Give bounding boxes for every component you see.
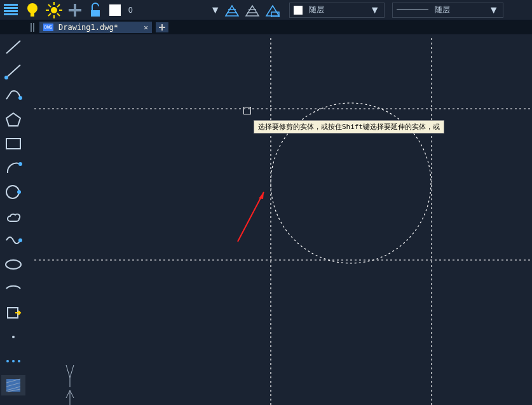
command-tooltip: 选择要修剪的实体，或按住Shift键选择要延伸的实体，或 [254, 120, 444, 134]
svg-point-4 [27, 3, 38, 13]
tab-grip-icon[interactable] [31, 23, 36, 32]
tab-bar: DWG Drawing1.dwg* ✕ [0, 20, 532, 34]
top-toolbar: 0 ▼ 随层 ▼ 随层 ▼ [0, 0, 532, 20]
plus-icon[interactable] [66, 1, 84, 19]
hatch-style-icon-3[interactable] [264, 1, 282, 19]
svg-marker-25 [6, 113, 20, 126]
svg-line-49 [66, 365, 70, 378]
svg-rect-20 [159, 27, 165, 28]
circle-tool[interactable] [1, 182, 25, 202]
svg-point-31 [6, 260, 21, 269]
svg-point-36 [18, 360, 20, 362]
cursor-pickbox [243, 107, 251, 114]
svg-line-14 [48, 13, 51, 16]
chevron-down-icon: ▼ [489, 4, 499, 16]
svg-rect-26 [6, 139, 20, 149]
svg-rect-1 [4, 7, 18, 9]
svg-point-35 [12, 360, 15, 362]
svg-line-22 [6, 65, 20, 78]
freeze-icon[interactable] [44, 1, 64, 19]
svg-line-12 [57, 13, 60, 16]
lineweight-dropdown-label: 随层 [432, 4, 453, 15]
spline-tool[interactable] [1, 230, 25, 251]
insert-block-tool[interactable] [1, 303, 25, 323]
svg-line-11 [48, 4, 51, 7]
close-icon[interactable]: ✕ [144, 23, 148, 32]
ellipse-tool[interactable] [1, 254, 25, 275]
hatch-style-icon[interactable] [223, 1, 241, 19]
polyline-tool[interactable] [1, 85, 25, 106]
layer-dropdown-arrow[interactable]: ▼ [210, 4, 221, 16]
svg-point-6 [51, 7, 57, 13]
lineweight-dropdown[interactable]: 随层 ▼ [392, 3, 503, 18]
svg-point-27 [18, 162, 22, 166]
rectangle-tool[interactable] [1, 134, 25, 154]
layer-properties-icon[interactable] [1, 1, 20, 19]
hatch-style-icon-2[interactable] [243, 1, 261, 19]
color-dropdown-label: 随层 [306, 4, 327, 15]
dwg-file-icon: DWG [43, 24, 53, 31]
revcloud-tool[interactable] [1, 206, 25, 226]
svg-point-29 [17, 190, 21, 194]
hatch-tool[interactable] [1, 375, 25, 395]
ray-tool[interactable] [1, 61, 25, 81]
svg-rect-17 [91, 10, 100, 17]
svg-line-21 [6, 41, 20, 53]
bulb-icon[interactable] [23, 1, 42, 19]
file-tab-label: Drawing1.dwg* [58, 23, 118, 32]
new-tab-button[interactable] [156, 22, 168, 32]
chevron-down-icon: ▼ [370, 4, 380, 16]
layer-number-label: 0 [126, 6, 135, 15]
svg-line-54 [70, 390, 74, 398]
file-tab-drawing1[interactable]: DWG Drawing1.dwg* ✕ [39, 22, 152, 33]
tooltip-text: 选择要修剪的实体，或按住Shift键选择要延伸的实体，或 [258, 123, 440, 131]
svg-rect-0 [4, 4, 18, 6]
arc-tool[interactable] [1, 158, 25, 178]
svg-line-50 [70, 365, 74, 378]
svg-line-53 [66, 390, 70, 398]
svg-rect-2 [4, 10, 18, 12]
svg-point-33 [12, 336, 15, 338]
svg-rect-16 [69, 9, 81, 11]
point-tool[interactable] [1, 327, 25, 347]
svg-point-24 [18, 96, 22, 100]
color-dropdown[interactable]: 随层 ▼ [289, 3, 385, 18]
svg-rect-3 [4, 13, 18, 15]
svg-marker-48 [259, 192, 264, 199]
svg-rect-5 [31, 13, 34, 17]
svg-point-34 [6, 360, 9, 362]
divide-tool[interactable] [1, 351, 25, 371]
draw-toolbar [0, 34, 27, 398]
svg-line-47 [238, 192, 264, 242]
drawing-canvas[interactable] [27, 34, 532, 405]
svg-point-30 [18, 238, 22, 242]
line-tool[interactable] [1, 37, 25, 57]
svg-point-23 [4, 76, 8, 79]
polygon-tool[interactable] [1, 109, 25, 130]
ellipse-arc-tool[interactable] [1, 278, 25, 299]
svg-line-13 [57, 4, 60, 7]
layer-color-swatch[interactable] [109, 4, 121, 16]
unlock-icon[interactable] [86, 1, 104, 19]
